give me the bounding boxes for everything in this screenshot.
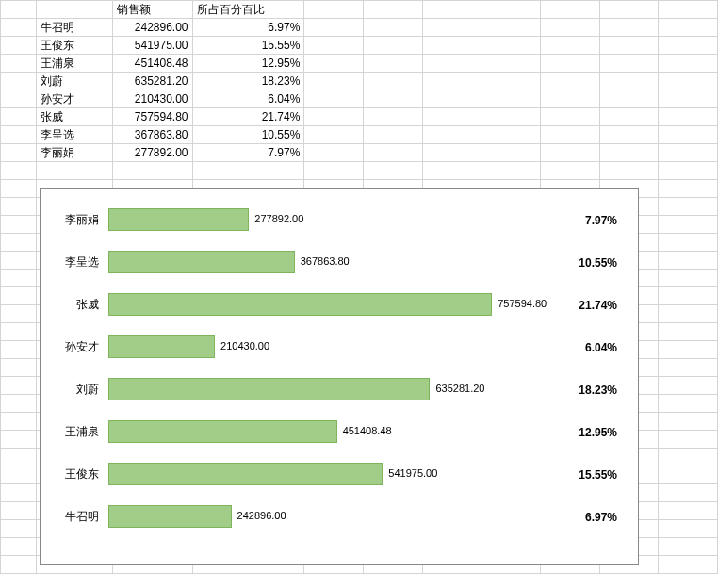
- pct-cell: 21.74%: [192, 108, 304, 126]
- chart-ylabel: 王浦泉: [41, 424, 108, 440]
- chart-bar-row: 王俊东541975.0015.55%: [41, 453, 638, 496]
- table-row[interactable]: 刘蔚635281.2018.23%: [1, 73, 718, 90]
- sales-cell: 635281.20: [113, 73, 192, 90]
- chart-pct-label: 10.55%: [523, 256, 627, 270]
- chart-bar-value: 635281.20: [435, 383, 484, 394]
- chart-bar-row: 张威757594.8021.74%: [41, 284, 638, 326]
- chart-bar-value: 757594.80: [498, 298, 547, 309]
- pct-cell: 6.97%: [192, 19, 304, 37]
- pct-cell: 6.04%: [192, 90, 304, 108]
- chart-bar-value: 242896.00: [237, 510, 286, 521]
- sales-cell: 277892.00: [113, 144, 192, 162]
- sales-cell: 367863.80: [113, 126, 192, 144]
- chart-pct-label: 12.95%: [523, 426, 627, 439]
- sales-cell: 210430.00: [113, 90, 192, 108]
- chart-bar-row: 孙安才210430.006.04%: [41, 326, 638, 368]
- pct-cell: 15.55%: [192, 37, 304, 55]
- sales-cell: 242896.00: [113, 19, 192, 37]
- chart-ylabel: 孙安才: [41, 339, 108, 355]
- table-row[interactable]: 王浦泉451408.4812.95%: [1, 55, 718, 73]
- chart-bar-value: 367863.80: [301, 255, 350, 267]
- table-row[interactable]: 孙安才210430.006.04%: [1, 90, 718, 108]
- chart-bar: [108, 251, 295, 273]
- chart-bar-row: 李呈选367863.8010.55%: [41, 241, 638, 284]
- pct-cell: 7.97%: [192, 144, 304, 162]
- sales-cell: 757594.80: [113, 108, 192, 126]
- table-row[interactable]: 王俊东541975.0015.55%: [1, 37, 718, 55]
- chart-bar-value: 277892.00: [254, 213, 303, 224]
- chart-bar: [108, 293, 492, 316]
- chart-pct-label: 6.97%: [523, 511, 627, 524]
- table-row[interactable]: 张威757594.8021.74%: [1, 108, 718, 126]
- table-row[interactable]: 李丽娟277892.007.97%: [1, 144, 718, 162]
- chart-bar: [108, 378, 430, 400]
- sales-cell: 541975.00: [113, 37, 192, 55]
- chart-ylabel: 刘蔚: [41, 382, 108, 398]
- chart-ylabel: 牛召明: [41, 509, 108, 525]
- chart-pct-label: 15.55%: [523, 468, 627, 482]
- chart-bar: [108, 208, 249, 231]
- col-header-pct: 所占百分百比: [192, 1, 304, 19]
- pct-cell: 18.23%: [192, 73, 304, 90]
- chart-bar: [108, 420, 337, 443]
- chart-bar-value: 451408.48: [343, 425, 392, 436]
- chart-ylabel: 李丽娟: [41, 212, 108, 228]
- name-cell: 牛召明: [37, 19, 113, 37]
- chart-bar-row: 刘蔚635281.2018.23%: [41, 368, 638, 411]
- chart-pct-label: 7.97%: [523, 214, 627, 227]
- name-cell: 李丽娟: [37, 144, 113, 162]
- chart-bar-value: 541975.00: [388, 467, 437, 479]
- header-row: 销售额 所占百分百比: [1, 1, 718, 19]
- chart-bar-row: 王浦泉451408.4812.95%: [41, 411, 638, 453]
- pct-cell: 10.55%: [192, 126, 304, 144]
- chart-bar: [108, 505, 232, 528]
- chart-pct-label: 6.04%: [523, 341, 627, 354]
- table-row[interactable]: 李呈选367863.8010.55%: [1, 126, 718, 144]
- chart-bar-row: 牛召明242896.006.97%: [41, 496, 638, 538]
- name-cell: 李呈选: [37, 126, 113, 144]
- name-cell: 孙安才: [37, 90, 113, 108]
- col-header-sales: 销售额: [113, 1, 192, 19]
- chart-ylabel: 张威: [41, 297, 108, 313]
- chart-bar: [108, 335, 215, 358]
- sales-cell: 451408.48: [113, 55, 192, 73]
- bar-chart[interactable]: 李丽娟277892.007.97%李呈选367863.8010.55%张威757…: [40, 188, 639, 565]
- name-cell: 王浦泉: [37, 55, 113, 73]
- chart-ylabel: 李呈选: [41, 254, 108, 270]
- pct-cell: 12.95%: [192, 55, 304, 73]
- name-cell: 刘蔚: [37, 73, 113, 90]
- chart-ylabel: 王俊东: [41, 466, 108, 482]
- name-cell: 王俊东: [37, 37, 113, 55]
- table-row[interactable]: 牛召明242896.006.97%: [1, 19, 718, 37]
- chart-bar-value: 210430.00: [220, 340, 269, 351]
- chart-bar: [108, 463, 383, 485]
- chart-pct-label: 18.23%: [523, 384, 627, 397]
- name-cell: 张威: [37, 108, 113, 126]
- chart-bar-row: 李丽娟277892.007.97%: [41, 199, 638, 241]
